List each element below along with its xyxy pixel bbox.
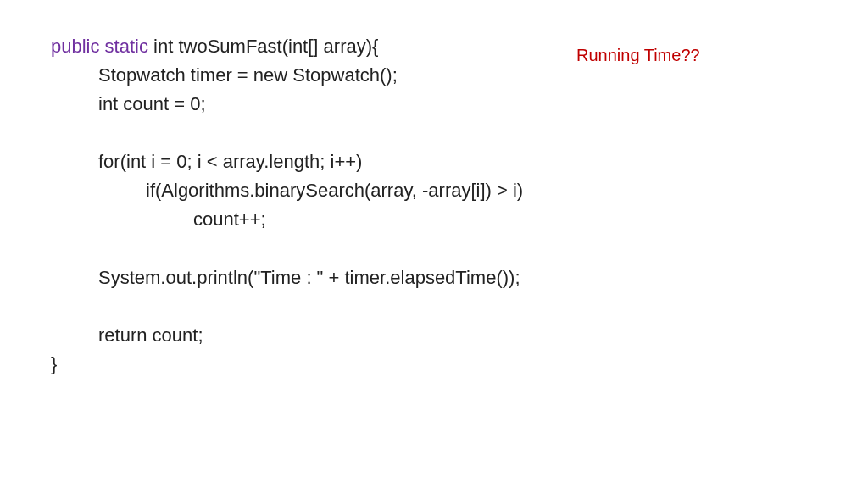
code-line-1-rest: int twoSumFast(int[] array){ [153, 36, 378, 57]
code-line-6: count++; [51, 205, 817, 234]
code-line-8: return count; [51, 321, 817, 350]
code-line-3: int count = 0; [51, 90, 817, 119]
code-line-2: Stopwatch timer = new Stopwatch(); [51, 61, 817, 90]
running-time-annotation: Running Time?? [576, 46, 700, 65]
blank-line-1 [51, 119, 817, 147]
blank-line-3 [51, 292, 817, 321]
code-line-4: for(int i = 0; i < array.length; i++) [51, 147, 817, 176]
keyword-public-static: public static [51, 36, 153, 57]
code-block: public static int twoSumFast(int[] array… [51, 32, 817, 379]
code-line-5: if(Algorithms.binarySearch(array, -array… [51, 176, 817, 205]
slide-container: public static int twoSumFast(int[] array… [0, 0, 868, 488]
blank-line-2 [51, 235, 817, 263]
code-line-9: } [51, 350, 817, 379]
code-line-1: public static int twoSumFast(int[] array… [51, 32, 817, 61]
code-line-7: System.out.println("Time : " + timer.ela… [51, 263, 817, 292]
